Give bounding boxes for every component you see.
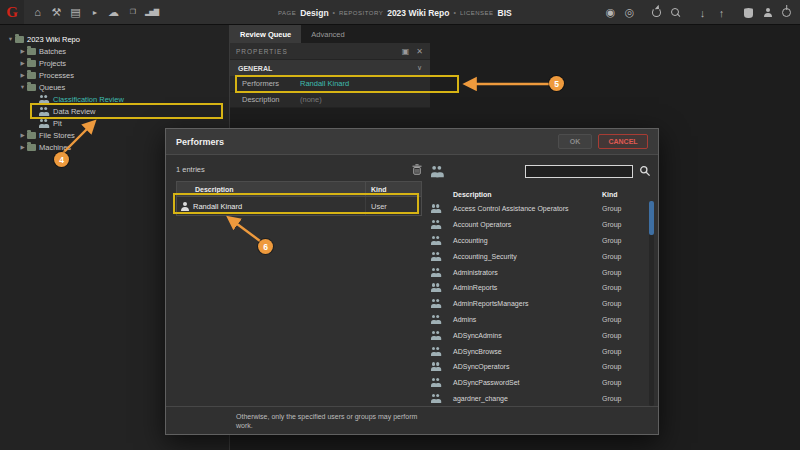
directory-entry-row[interactable]: ADSyncBrowseGroup [428, 343, 652, 359]
close-icon[interactable]: ✕ [416, 47, 424, 56]
tree-item-queues[interactable]: ▼Queues [0, 81, 229, 93]
property-row-description[interactable]: Description (none) [230, 92, 430, 108]
directory-entry-row[interactable]: agardner_changeGroup [428, 391, 652, 407]
description-column-header[interactable]: Description [428, 191, 602, 198]
directory-entry-row[interactable]: AdminReportsGroup [428, 280, 652, 296]
tools-icon[interactable]: ⚒ [48, 4, 65, 21]
directory-entry-row[interactable]: AdministratorsGroup [428, 264, 652, 280]
expand-arrow-icon[interactable]: ▶ [18, 48, 27, 54]
entries-count-row: 1 entries [176, 161, 422, 177]
property-row-performers[interactable]: Performers Randall Kinard [230, 76, 430, 92]
topbar-right-icons: ◉◎↓↑ [601, 0, 796, 25]
topbar-context: PAGE Design • REPOSITORY 2023 Wiki Repo … [278, 0, 512, 25]
directory-entry-row[interactable]: Account OperatorsGroup [428, 217, 652, 233]
collapse-arrow-icon[interactable]: ▼ [18, 84, 27, 90]
kind-column-header[interactable]: Kind [365, 182, 421, 196]
tree-item-label: Classification Review [53, 95, 124, 104]
group-icon [428, 299, 453, 308]
group-icon [428, 378, 453, 387]
directory-entry-row[interactable]: AdminsGroup [428, 312, 652, 328]
group-icon [428, 331, 453, 340]
media-review-icon[interactable]: ► [86, 4, 103, 21]
group-icon [428, 252, 453, 261]
stats-icon[interactable]: ▂▅▇ [143, 4, 160, 21]
scrollbar-thumb[interactable] [649, 201, 654, 235]
tree-item-2023-wiki-repo[interactable]: ▼2023 Wiki Repo [0, 33, 229, 45]
refresh-icon[interactable] [648, 4, 665, 21]
group-icon [428, 283, 453, 292]
tree-item-data-review[interactable]: Data Review [0, 105, 229, 117]
expand-arrow-icon[interactable]: ▶ [18, 72, 27, 78]
file-stores-icon[interactable]: ❐ [124, 4, 141, 21]
batches-icon[interactable]: ▤ [67, 4, 84, 21]
properties-panel: PROPERTIES ▣ ✕ GENERAL ∨ Performers Rand… [230, 43, 430, 108]
page-value[interactable]: Design [300, 8, 328, 18]
directory-entry-row[interactable]: AccountingGroup [428, 233, 652, 249]
chevron-down-icon[interactable]: ∨ [417, 64, 422, 72]
performers-value[interactable]: Randall Kinard [300, 79, 349, 88]
directory-entry-row[interactable]: Access Control Assistance OperatorsGroup [428, 201, 652, 217]
upload-icon[interactable]: ↑ [713, 4, 730, 21]
download-icon[interactable]: ↓ [694, 4, 711, 21]
user-icon[interactable] [759, 4, 776, 21]
directory-entry-row[interactable]: ADSyncOperatorsGroup [428, 359, 652, 375]
group-icon [428, 315, 453, 324]
entry-description: agardner_change [453, 395, 602, 402]
description-column-header[interactable]: Description [177, 186, 365, 193]
directory-entry-row[interactable]: ADSyncAdminsGroup [428, 327, 652, 343]
play-circle-icon[interactable]: ◉ [602, 4, 619, 21]
licensee-value: BIS [498, 8, 512, 18]
repository-value[interactable]: 2023 Wiki Repo [387, 8, 449, 18]
general-section-header[interactable]: GENERAL ∨ [230, 60, 430, 76]
collapse-arrow-icon[interactable]: ▼ [6, 36, 15, 42]
group-icon [428, 220, 453, 229]
folder-icon [27, 60, 36, 67]
performer-row[interactable]: Randall KinardUser [177, 197, 421, 215]
search-input[interactable] [525, 165, 633, 178]
database-icon[interactable] [740, 4, 757, 21]
tree-item-classification-review[interactable]: Classification Review [0, 93, 229, 105]
tree-item-projects[interactable]: ▶Projects [0, 57, 229, 69]
group-icon [428, 362, 453, 371]
tab-advanced[interactable]: Advanced [301, 25, 354, 43]
folder-icon [27, 132, 36, 139]
power-icon[interactable] [778, 4, 795, 21]
cloud-upload-icon[interactable]: ☁ [105, 4, 122, 21]
folder-icon [27, 84, 36, 91]
group-icon [428, 394, 453, 403]
ok-button[interactable]: OK [558, 134, 592, 149]
entry-kind: Group [602, 316, 652, 323]
tab-bar: Review Queue Advanced [230, 25, 355, 43]
app-logo[interactable]: G [0, 0, 24, 24]
performers-dialog: Performers OK CANCEL 1 entries Descripti… [165, 128, 659, 435]
cancel-button[interactable]: CANCEL [598, 134, 648, 149]
group-icon [428, 236, 453, 245]
directory-entry-row[interactable]: Accounting_SecurityGroup [428, 248, 652, 264]
dialog-titlebar[interactable]: Performers OK CANCEL [166, 129, 658, 155]
expand-arrow-icon[interactable]: ▶ [18, 132, 27, 138]
table-header: Description Kind [177, 182, 421, 197]
kind-column-header[interactable]: Kind [602, 191, 652, 198]
tree-item-batches[interactable]: ▶Batches [0, 45, 229, 57]
tree-item-label: File Stores [39, 131, 75, 140]
delete-icon[interactable] [412, 164, 422, 175]
group-icon [428, 268, 453, 277]
entry-description: Admins [453, 316, 602, 323]
record-circle-icon[interactable]: ◎ [621, 4, 638, 21]
tab-review-queue[interactable]: Review Queue [230, 25, 301, 43]
search-icon[interactable] [667, 4, 684, 21]
expand-arrow-icon[interactable]: ▶ [18, 60, 27, 66]
home-icon[interactable]: ⌂ [29, 4, 46, 21]
tree-item-processes[interactable]: ▶Processes [0, 69, 229, 81]
performer-description: Randall Kinard [193, 202, 365, 211]
tree-item-label: Projects [39, 59, 66, 68]
directory-entry-row[interactable]: AdminReportsManagersGroup [428, 296, 652, 312]
entry-description: ADSyncOperators [453, 363, 602, 370]
save-icon[interactable]: ▣ [402, 47, 411, 56]
expand-arrow-icon[interactable]: ▶ [18, 144, 27, 150]
search-button[interactable] [637, 164, 652, 179]
help-text: Otherwise, only the specified users or g… [236, 413, 434, 430]
scrollbar[interactable] [649, 201, 654, 406]
directory-entry-row[interactable]: ADSyncPasswordSetGroup [428, 375, 652, 391]
description-value[interactable]: (none) [300, 95, 322, 104]
